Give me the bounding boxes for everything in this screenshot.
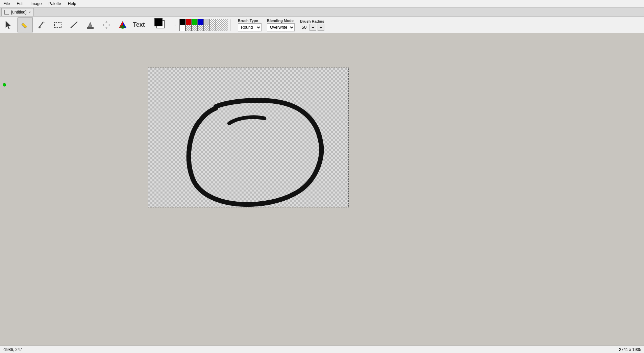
palette-black[interactable] <box>179 19 185 25</box>
document-tab[interactable]: [untitled] × <box>1 8 34 16</box>
line-tool-button[interactable] <box>66 18 82 32</box>
brush-radius-decrease-button[interactable]: − <box>309 24 316 31</box>
svg-rect-6 <box>54 22 61 28</box>
palette-white[interactable] <box>179 25 185 31</box>
menu-file[interactable]: File <box>1 1 12 7</box>
dimensions-display: 2741 x 1935 <box>619 347 641 352</box>
move-icon <box>102 20 111 30</box>
svg-line-7 <box>71 22 77 28</box>
palette-checker4[interactable] <box>185 25 192 31</box>
color-swap-button[interactable]: → <box>172 18 177 32</box>
blending-mode-value: Overwrite Normal Multiply <box>267 23 295 31</box>
brush-radius-label: Brush Radius <box>300 19 324 23</box>
brush-radius-value: 50 <box>300 25 308 30</box>
pencil-tool-button[interactable] <box>18 18 33 32</box>
toolbar: Text → <box>0 17 644 33</box>
svg-rect-1 <box>22 23 27 28</box>
palette-checker2[interactable] <box>216 19 222 25</box>
brush-type-label: Brush Type <box>238 19 258 23</box>
rect-select-tool-button[interactable] <box>50 18 66 32</box>
brush-type-group: Brush Type Round Square Slash <box>238 19 262 31</box>
statusbar: -1986, 247 2741 x 1935 <box>0 346 644 353</box>
blending-mode-label: Blending Mode <box>267 19 294 23</box>
color-panel: → <box>154 18 228 32</box>
cursor-indicator <box>3 83 6 86</box>
brush-type-select[interactable]: Round Square Slash <box>238 23 262 31</box>
menu-palette[interactable]: Palette <box>46 1 63 7</box>
palette-blue[interactable] <box>198 19 204 25</box>
blend-icon <box>118 20 127 30</box>
fill-tool-button[interactable] <box>82 18 98 32</box>
color-palette-grid <box>179 19 228 31</box>
brush-radius-display: 50 − + <box>300 24 324 31</box>
palette-checker7[interactable] <box>204 25 210 31</box>
palette-checker5[interactable] <box>192 25 198 31</box>
color-main-area[interactable] <box>154 18 171 32</box>
foreground-color-swatch[interactable] <box>154 18 163 26</box>
svg-rect-8 <box>87 27 94 29</box>
brush-radius-group: Brush Radius 50 − + <box>300 19 324 31</box>
menu-edit[interactable]: Edit <box>15 1 26 7</box>
palette-checker1[interactable] <box>210 19 216 25</box>
main-area <box>0 33 644 346</box>
svg-line-3 <box>40 22 43 27</box>
dropper-icon <box>37 20 46 30</box>
toolbar-separator-2 <box>230 19 230 31</box>
palette-checker9[interactable] <box>216 25 222 31</box>
menu-help[interactable]: Help <box>66 1 78 7</box>
rect-select-icon <box>53 20 63 30</box>
canvas-container[interactable] <box>148 68 349 207</box>
menubar: File Edit Image Palette Help <box>0 0 644 7</box>
menu-image[interactable]: Image <box>28 1 44 7</box>
tab-title: [untitled] <box>11 10 26 15</box>
swap-arrow-right: → <box>173 23 176 27</box>
blending-mode-group: Blending Mode Overwrite Normal Multiply <box>267 19 295 31</box>
tab-close-button[interactable]: × <box>28 10 30 14</box>
palette-checker8[interactable] <box>210 25 216 31</box>
palette-lightgray[interactable] <box>204 19 210 25</box>
palette-checker6[interactable] <box>198 25 204 31</box>
line-icon <box>69 20 79 30</box>
text-tool-button[interactable]: Text <box>131 18 147 32</box>
palette-green[interactable] <box>192 19 198 25</box>
move-tool-button[interactable] <box>99 18 114 32</box>
svg-point-11 <box>120 25 125 29</box>
canvas-drawing-layer <box>148 68 348 207</box>
brush-controls: Brush Type Round Square Slash Blending M… <box>238 19 324 31</box>
select-tool-button[interactable] <box>1 18 17 32</box>
svg-line-5 <box>44 22 44 23</box>
pencil-icon <box>21 20 30 30</box>
blending-mode-select[interactable]: Overwrite Normal Multiply <box>267 23 295 31</box>
palette-red[interactable] <box>185 19 192 25</box>
text-tool-label: Text <box>133 21 145 28</box>
blend-tool-button[interactable] <box>115 18 130 32</box>
coordinates-display: -1986, 247 <box>3 347 22 352</box>
palette-checker10[interactable] <box>222 25 228 31</box>
pointer-icon <box>4 20 14 30</box>
toolbar-separator-1 <box>149 19 149 31</box>
dropper-tool-button[interactable] <box>34 18 49 32</box>
tabbar: [untitled] × <box>0 7 644 17</box>
fill-icon <box>85 20 95 30</box>
brush-radius-increase-button[interactable]: + <box>318 24 324 31</box>
drawing-canvas[interactable] <box>148 68 349 207</box>
svg-point-4 <box>39 26 41 28</box>
palette-checker3[interactable] <box>222 19 228 25</box>
brush-type-value: Round Square Slash <box>238 23 262 31</box>
document-icon <box>4 10 9 15</box>
svg-marker-0 <box>6 21 10 29</box>
